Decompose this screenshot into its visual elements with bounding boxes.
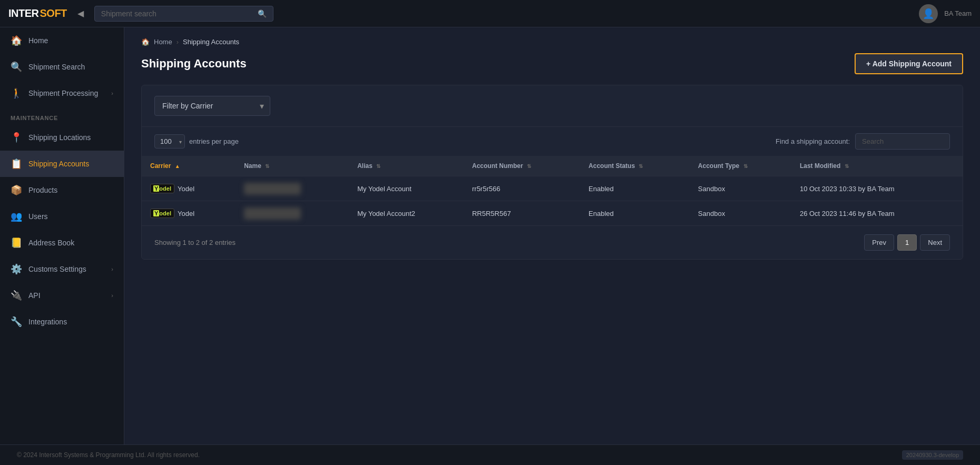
page-header: Shipping Accounts + Add Shipping Account <box>124 46 980 85</box>
sidebar-item-shipping-locations[interactable]: 📍 Shipping Locations <box>0 124 124 151</box>
carrier-name: Yodel <box>178 185 194 193</box>
topnav-right: 👤 BA Team <box>919 4 972 23</box>
table-row[interactable]: Yodel Yodel ██████████ My Yodel Account … <box>142 176 963 201</box>
search-icon: 🔍 <box>258 9 267 18</box>
col-account-type[interactable]: Account Type ⇅ <box>690 156 791 176</box>
home-icon: 🏠 <box>11 35 22 46</box>
col-alias[interactable]: Alias ⇅ <box>349 156 464 176</box>
table-header-row: Carrier ▲ Name ⇅ Alias ⇅ Account Number … <box>142 156 963 176</box>
sort-icon: ⇅ <box>743 163 748 169</box>
sidebar-item-label: Shipping Locations <box>28 133 91 142</box>
table-row[interactable]: Yodel Yodel ██████████ My Yodel Account2… <box>142 201 963 226</box>
col-last-modified[interactable]: Last Modified ⇅ <box>791 156 963 176</box>
breadcrumb-current: Shipping Accounts <box>183 38 239 46</box>
sidebar-item-label: Customs Settings <box>28 265 86 273</box>
sidebar-section-maintenance: MAINTENANCE <box>0 106 124 124</box>
cell-name: ██████████ <box>236 201 349 226</box>
location-icon: 📍 <box>11 132 22 143</box>
chevron-right-icon: › <box>111 266 113 272</box>
sidebar-item-label: Shipment Search <box>28 63 85 71</box>
add-shipping-account-button[interactable]: + Add Shipping Account <box>855 53 963 74</box>
sidebar-item-api[interactable]: 🔌 API › <box>0 282 124 309</box>
cell-alias: My Yodel Account <box>349 176 464 201</box>
table-controls: 10 25 50 100 entries per page Find a shi… <box>142 126 963 156</box>
accounts-icon: 📋 <box>11 158 22 170</box>
sort-icon: ⇅ <box>376 163 380 169</box>
global-search-input[interactable] <box>101 9 253 18</box>
prev-page-button[interactable]: Prev <box>864 234 894 251</box>
breadcrumb: 🏠 Home › Shipping Accounts <box>124 27 980 46</box>
col-account-status[interactable]: Account Status ⇅ <box>580 156 690 176</box>
table-body: Yodel Yodel ██████████ My Yodel Account … <box>142 176 963 226</box>
processing-icon: 🚶 <box>11 87 22 99</box>
yodel-logo: Yodel <box>150 209 174 218</box>
page-title: Shipping Accounts <box>141 57 247 71</box>
sidebar-item-shipment-search[interactable]: 🔍 Shipment Search <box>0 54 124 80</box>
sidebar-item-label: Products <box>28 186 57 194</box>
next-page-button[interactable]: Next <box>920 234 950 251</box>
cell-account-type: Sandbox <box>690 176 791 201</box>
users-icon: 👥 <box>11 211 22 222</box>
sidebar: 🏠 Home 🔍 Shipment Search 🚶 Shipment Proc… <box>0 27 124 444</box>
sidebar-item-left: 🚶 Shipment Processing <box>11 87 98 99</box>
app-footer: © 2024 Intersoft Systems & Programming L… <box>0 444 980 465</box>
table-header: Carrier ▲ Name ⇅ Alias ⇅ Account Number … <box>142 156 963 176</box>
sidebar-item-left: 🔌 API <box>11 290 41 301</box>
sidebar-item-label: Address Book <box>28 239 74 247</box>
blurred-name: ██████████ <box>244 207 301 220</box>
find-label: Find a shipping account: <box>776 137 850 145</box>
find-shipping-account-input[interactable] <box>855 133 950 150</box>
breadcrumb-home-link[interactable]: Home <box>154 38 172 46</box>
sort-icon: ⇅ <box>639 163 643 169</box>
showing-entries-text: Showing 1 to 2 of 2 entries <box>154 239 236 246</box>
sidebar-item-integrations[interactable]: 🔧 Integrations <box>0 309 124 335</box>
carrier-filter-select[interactable]: Filter by Carrier <box>154 96 270 116</box>
table-footer: Showing 1 to 2 of 2 entries Prev 1 Next <box>142 225 963 259</box>
global-search-bar: 🔍 <box>94 6 273 22</box>
sidebar-item-products[interactable]: 📦 Products <box>0 177 124 203</box>
cell-last-modified: 26 Oct 2023 11:46 by BA Team <box>791 201 963 226</box>
pagination: Prev 1 Next <box>864 234 950 251</box>
sidebar-item-label: Users <box>28 212 48 221</box>
entries-left: 10 25 50 100 entries per page <box>154 134 239 149</box>
yodel-badge: Yodel Yodel <box>150 184 194 193</box>
sidebar-item-shipment-processing[interactable]: 🚶 Shipment Processing › <box>0 80 124 106</box>
yodel-logo: Yodel <box>150 184 174 193</box>
cell-name: ██████████ <box>236 176 349 201</box>
sidebar-item-users[interactable]: 👥 Users <box>0 203 124 230</box>
sidebar-item-label: API <box>28 291 41 300</box>
col-carrier[interactable]: Carrier ▲ <box>142 156 236 176</box>
cell-account-type: Sandbox <box>690 201 791 226</box>
col-account-number[interactable]: Account Number ⇅ <box>464 156 580 176</box>
app-body: 🏠 Home 🔍 Shipment Search 🚶 Shipment Proc… <box>0 27 980 444</box>
sidebar-item-address-book[interactable]: 📒 Address Book <box>0 230 124 256</box>
entries-select-wrapper: 10 25 50 100 <box>154 134 185 149</box>
gear-icon: ⚙️ <box>11 263 22 275</box>
user-name: BA Team <box>944 9 972 17</box>
logo-soft: SOFT <box>40 7 67 19</box>
entries-per-page-select[interactable]: 10 25 50 100 <box>154 134 185 149</box>
sidebar-item-shipping-accounts[interactable]: 📋 Shipping Accounts <box>0 151 124 177</box>
cell-carrier: Yodel Yodel <box>142 176 236 201</box>
blurred-name: ██████████ <box>244 183 301 195</box>
sidebar-item-customs-settings[interactable]: ⚙️ Customs Settings › <box>0 256 124 282</box>
sidebar-collapse-button[interactable]: ◀ <box>73 6 88 21</box>
api-icon: 🔌 <box>11 290 22 301</box>
sidebar-item-label: Shipping Accounts <box>28 160 89 168</box>
main-content: 🏠 Home › Shipping Accounts Shipping Acco… <box>124 27 980 444</box>
find-account-right: Find a shipping account: <box>776 133 950 150</box>
sidebar-item-home[interactable]: 🏠 Home <box>0 27 124 54</box>
sidebar-item-left: ⚙️ Customs Settings <box>11 263 86 275</box>
chevron-right-icon: › <box>111 292 113 299</box>
sort-icon: ▲ <box>175 163 180 169</box>
cell-account-number: RR5R5R567 <box>464 201 580 226</box>
avatar[interactable]: 👤 <box>919 4 938 23</box>
products-icon: 📦 <box>11 184 22 196</box>
current-page-button[interactable]: 1 <box>897 234 917 251</box>
sort-icon: ⇅ <box>527 163 531 169</box>
carrier-name: Yodel <box>178 210 194 217</box>
col-name[interactable]: Name ⇅ <box>236 156 349 176</box>
sidebar-item-label: Home <box>28 36 48 45</box>
breadcrumb-separator: › <box>177 38 179 46</box>
breadcrumb-home-icon: 🏠 <box>141 38 150 46</box>
